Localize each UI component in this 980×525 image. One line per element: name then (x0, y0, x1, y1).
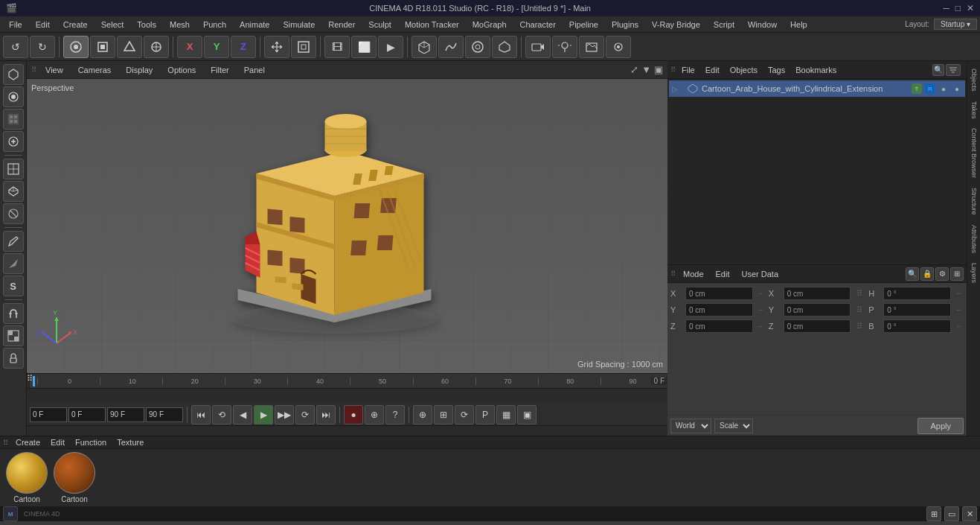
attr-y-pos-field[interactable]: 0 cm (685, 303, 753, 316)
cube-btn[interactable] (411, 36, 437, 58)
mat-function-btn[interactable]: Function (71, 436, 111, 448)
menu-select[interactable]: Select (95, 19, 130, 31)
menu-help[interactable]: Help (784, 19, 813, 31)
render-btn[interactable]: ▶ (378, 36, 403, 58)
current-frame-input[interactable] (68, 407, 106, 422)
menu-render[interactable]: Render (322, 19, 361, 31)
move-btn[interactable] (264, 36, 289, 58)
end-frame-input[interactable] (107, 407, 144, 422)
obj-bookmarks-btn[interactable]: Bookmarks (791, 64, 841, 76)
attr-h-field[interactable]: 0 ° (883, 287, 951, 300)
scale-mode-select[interactable]: Scale Size (714, 419, 753, 433)
film-btn[interactable]: 🎞 (324, 36, 350, 58)
scale-btn[interactable] (291, 36, 316, 58)
texture-mode-btn[interactable] (117, 36, 142, 58)
menu-script[interactable]: Script (708, 19, 740, 31)
menu-create[interactable]: Create (57, 19, 94, 31)
left-model-btn[interactable] (3, 64, 24, 85)
obj-row-house[interactable]: ▷ Cartoon_Arab_House_with_Cylindrical_Ex… (669, 80, 965, 97)
obj-search-icon[interactable]: 🔍 (932, 64, 944, 76)
menu-mesh[interactable]: Mesh (164, 19, 196, 31)
attr-zsize-field[interactable]: 0 cm (784, 319, 851, 333)
tab-objects[interactable]: Objects (969, 64, 979, 96)
menu-tools[interactable]: Tools (131, 19, 162, 31)
vp-options-btn[interactable]: Options (161, 64, 202, 76)
vp-minimize-btn[interactable]: ▼ (641, 64, 651, 75)
left-lock-btn[interactable] (3, 348, 24, 369)
menu-mograph[interactable]: MoGraph (467, 19, 513, 31)
bottom-min-btn[interactable]: ▭ (944, 506, 959, 521)
redo-btn[interactable]: ↻ (30, 36, 55, 58)
menu-plugins[interactable]: Plugins (606, 19, 644, 31)
obj-objects-btn[interactable]: Objects (726, 64, 762, 76)
render-region-btn[interactable]: ⬜ (351, 36, 377, 58)
preview-end-input[interactable] (146, 407, 183, 422)
play-btn[interactable]: ▶ (254, 405, 273, 424)
attr-x-pos-field[interactable]: 0 cm (685, 287, 753, 300)
attr-search-btn[interactable]: 🔍 (906, 267, 919, 281)
tab-content-browser[interactable]: Content Browser (969, 124, 979, 182)
pos-btn[interactable]: P (475, 405, 495, 424)
vp-panel-btn[interactable]: Panel (238, 64, 271, 76)
goto-start-btn[interactable]: ⏮ (191, 405, 211, 424)
mat-item-1[interactable]: Cartoon (6, 452, 48, 503)
menu-character[interactable]: Character (514, 19, 562, 31)
minimize-btn[interactable]: ─ (943, 3, 949, 13)
menu-pipeline[interactable]: Pipeline (563, 19, 604, 31)
tab-structure[interactable]: Structure (969, 183, 979, 220)
menu-sculpt[interactable]: Sculpt (362, 19, 397, 31)
vp-display-btn[interactable]: Display (120, 64, 158, 76)
bottom-expand-btn[interactable]: ⊞ (926, 506, 941, 521)
menu-edit[interactable]: Edit (30, 19, 56, 31)
x-axis-btn[interactable]: X (177, 36, 202, 58)
mat-item-2[interactable]: Cartoon (54, 452, 95, 503)
grid-key-btn[interactable]: ▦ (496, 405, 516, 424)
goto-end-btn[interactable]: ⏭ (316, 405, 336, 424)
attr-lock-btn[interactable]: 🔒 (920, 267, 934, 281)
left-draw-btn[interactable] (3, 231, 24, 252)
key-mode-btn[interactable]: ⟳ (455, 405, 474, 424)
camera-btn[interactable] (525, 36, 551, 58)
menu-punch[interactable]: Punch (197, 19, 232, 31)
menu-simulate[interactable]: Simulate (277, 19, 321, 31)
vp-expand-btn[interactable]: ⤢ (630, 64, 638, 75)
record-all-btn[interactable]: ⊕ (365, 405, 384, 424)
menu-window[interactable]: Window (742, 19, 783, 31)
record-active-btn[interactable]: ● (344, 405, 363, 424)
left-null-btn[interactable] (3, 203, 24, 224)
left-obj-btn[interactable] (3, 181, 24, 202)
deformer-btn[interactable] (492, 36, 517, 58)
undo-btn[interactable]: ↺ (3, 36, 28, 58)
left-s-btn[interactable]: S (3, 276, 24, 296)
left-viewport-btn[interactable] (3, 159, 24, 179)
mat-texture-btn[interactable]: Texture (112, 436, 148, 448)
loop-btn[interactable]: ⟳ (295, 405, 315, 424)
obj-lock-btn[interactable]: ● (952, 83, 962, 94)
attr-b-field[interactable]: 0 ° (883, 319, 951, 333)
start-frame-input[interactable] (30, 407, 67, 422)
obj-edit-btn[interactable]: Edit (701, 64, 724, 76)
motion-path-btn[interactable]: ⊕ (413, 405, 432, 424)
play-reverse-btn[interactable]: ⟲ (212, 405, 231, 424)
autokey-btn[interactable]: ? (385, 405, 405, 424)
left-add-btn[interactable] (3, 131, 24, 152)
timeline-cursor[interactable] (33, 376, 35, 386)
menu-animate[interactable]: Animate (234, 19, 275, 31)
maxon-logo[interactable]: M (3, 506, 18, 521)
model-mode-btn[interactable] (63, 36, 89, 58)
obj-tags-btn[interactable]: Tags (763, 64, 790, 76)
coord-system-select[interactable]: World Object Local (670, 419, 711, 433)
vp-view-btn[interactable]: View (39, 64, 69, 76)
left-knife-btn[interactable] (3, 253, 24, 274)
light-btn[interactable] (552, 36, 577, 58)
snap-key-btn[interactable]: ⊞ (434, 405, 453, 424)
step-back-btn[interactable]: ◀ (233, 405, 252, 424)
apply-button[interactable]: Apply (917, 418, 964, 434)
left-texture-btn[interactable] (3, 86, 24, 107)
tab-attributes[interactable]: Attributes (969, 220, 979, 258)
left-magnet-btn[interactable] (3, 303, 24, 324)
light2-btn[interactable] (606, 36, 631, 58)
attr-xsize-field[interactable]: 0 cm (784, 287, 851, 300)
y-axis-btn[interactable]: Y (204, 36, 229, 58)
mat-edit-btn[interactable]: Edit (46, 436, 69, 448)
